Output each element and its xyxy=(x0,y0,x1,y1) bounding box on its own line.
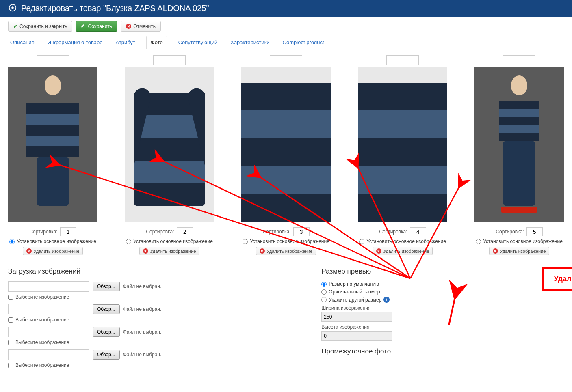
width-label: Ширина изображения xyxy=(321,305,477,311)
tab-characteristics[interactable]: Характеристики xyxy=(228,36,271,49)
photo-thumbnail-2[interactable] xyxy=(125,67,214,222)
preview-section: Размер превью Размер по умолчанию Оригин… xyxy=(321,267,477,372)
photo-thumbnail-4[interactable] xyxy=(358,67,447,222)
width-input[interactable] xyxy=(321,312,392,322)
page-title: Редактировать товар "Блузка ZAPS ALDONA … xyxy=(21,4,209,13)
target-icon xyxy=(8,3,17,13)
browse-button[interactable]: Обзор... xyxy=(93,327,120,337)
delete-image-button[interactable]: ✕Удалить изображение xyxy=(373,247,433,255)
sort-input[interactable] xyxy=(526,227,543,236)
photo-top-input[interactable] xyxy=(37,55,69,65)
main-image-radio[interactable] xyxy=(9,239,15,244)
browse-button[interactable]: Обзор... xyxy=(93,304,120,314)
edit-icon xyxy=(81,23,86,29)
default-size-label: Размер по умолчанию xyxy=(329,281,379,287)
cancel-button[interactable]: ✕ Отменить xyxy=(121,21,161,32)
photo-item: Сортировка: Установить основное изображе… xyxy=(474,55,564,255)
photo-top-input[interactable] xyxy=(503,55,535,65)
sort-label: Сортировка: xyxy=(29,229,57,235)
select-image-label: Выберите изображение xyxy=(15,317,69,323)
delete-image-button[interactable]: ✕Удалить изображение xyxy=(23,247,83,255)
tab-description[interactable]: Описание xyxy=(8,36,37,49)
main-image-radio[interactable] xyxy=(243,239,248,244)
photo-item: Сортировка: Установить основное изображе… xyxy=(125,55,214,255)
tab-complect[interactable]: Complect product xyxy=(281,36,326,49)
save-close-button[interactable]: ✔ Сохранить и закрыть xyxy=(8,21,72,32)
photo-item: Сортировка: Установить основное изображе… xyxy=(358,55,447,255)
delete-image-button[interactable]: ✕Удалить изображение xyxy=(256,247,316,255)
delete-all-photos-button[interactable]: Удалить все фото товара xyxy=(542,267,572,291)
select-image-label: Выберите изображение xyxy=(15,294,69,300)
tab-related[interactable]: Сопутствующий xyxy=(176,36,220,49)
delete-icon: ✕ xyxy=(26,248,32,254)
file-path-input[interactable] xyxy=(8,281,89,292)
photos-row: Сортировка: Установить основное изображе… xyxy=(8,55,564,255)
svg-point-1 xyxy=(11,6,14,9)
main-image-radio[interactable] xyxy=(126,239,131,244)
main-image-radio[interactable] xyxy=(359,239,364,244)
intermediate-heading: Промежуточное фото xyxy=(321,347,477,355)
toolbar: ✔ Сохранить и закрыть Сохранить ✕ Отмени… xyxy=(0,17,572,36)
no-file-label: Файл не выбран. xyxy=(123,352,162,358)
default-size-radio[interactable] xyxy=(321,282,327,287)
browse-button[interactable]: Обзор... xyxy=(93,282,120,291)
upload-heading: Загрузка изображений xyxy=(8,267,297,276)
select-image-checkbox[interactable] xyxy=(8,317,13,323)
photo-thumbnail-5[interactable] xyxy=(474,67,564,222)
photo-item: Сортировка: Установить основное изображе… xyxy=(241,55,331,255)
sort-label: Сортировка: xyxy=(146,229,174,235)
custom-size-radio[interactable] xyxy=(321,297,327,302)
original-size-radio[interactable] xyxy=(321,289,327,295)
main-image-radio[interactable] xyxy=(476,239,481,244)
delete-image-button[interactable]: ✕Удалить изображение xyxy=(139,247,200,255)
delete-icon: ✕ xyxy=(376,248,381,254)
preview-heading: Размер превью xyxy=(321,267,477,276)
main-image-label: Установить основное изображение xyxy=(366,239,446,244)
tab-attribute[interactable]: Атрибут xyxy=(113,36,137,49)
sort-input[interactable] xyxy=(177,227,193,236)
sort-input[interactable] xyxy=(293,227,310,236)
sort-label: Сортировка: xyxy=(496,229,524,235)
sort-input[interactable] xyxy=(410,227,426,236)
main-image-label: Установить основное изображение xyxy=(483,239,563,244)
photo-thumbnail-1[interactable] xyxy=(8,67,98,222)
delete-icon: ✕ xyxy=(143,248,148,254)
no-file-label: Файл не выбран. xyxy=(123,284,162,289)
photo-thumbnail-3[interactable] xyxy=(241,67,331,222)
delete-icon: ✕ xyxy=(260,248,265,254)
upload-section: Загрузка изображений Обзор...Файл не выб… xyxy=(8,267,297,372)
photo-top-input[interactable] xyxy=(270,55,302,65)
tab-product-info[interactable]: Информация о товаре xyxy=(46,36,105,49)
tabs: Описание Информация о товаре Атрибут Фот… xyxy=(0,36,572,49)
file-path-input[interactable] xyxy=(8,327,89,337)
original-size-label: Оригинальный размер xyxy=(329,289,380,295)
main-image-label: Установить основное изображение xyxy=(133,239,213,244)
delete-image-button[interactable]: ✕Удалить изображение xyxy=(489,247,550,255)
sort-input[interactable] xyxy=(60,227,76,236)
sort-label: Сортировка: xyxy=(262,229,290,235)
select-image-checkbox[interactable] xyxy=(8,295,13,300)
file-path-input[interactable] xyxy=(8,304,89,314)
photo-top-input[interactable] xyxy=(386,55,419,65)
page-header: Редактировать товар "Блузка ZAPS ALDONA … xyxy=(0,0,572,17)
cancel-icon: ✕ xyxy=(126,24,131,29)
no-file-label: Файл не выбран. xyxy=(123,329,162,335)
photo-top-input[interactable] xyxy=(153,55,186,65)
sort-label: Сортировка: xyxy=(379,229,407,235)
main-image-label: Установить основное изображение xyxy=(250,239,329,244)
browse-button[interactable]: Обзор... xyxy=(93,350,120,360)
save-button[interactable]: Сохранить xyxy=(76,21,117,32)
select-image-checkbox[interactable] xyxy=(8,363,13,368)
check-icon: ✔ xyxy=(13,24,17,29)
height-input[interactable] xyxy=(321,331,392,341)
photo-item: Сортировка: Установить основное изображе… xyxy=(8,55,98,255)
select-image-checkbox[interactable] xyxy=(8,340,13,345)
select-image-label: Выберите изображение xyxy=(15,340,69,345)
info-icon[interactable]: i xyxy=(384,297,390,303)
no-file-label: Файл не выбран. xyxy=(123,306,162,312)
select-image-label: Выберите изображение xyxy=(15,362,69,368)
tab-photo[interactable]: Фото xyxy=(146,36,167,49)
custom-size-label: Укажите другой размер xyxy=(329,297,381,303)
main-image-label: Установить основное изображение xyxy=(17,239,96,244)
file-path-input[interactable] xyxy=(8,349,89,360)
